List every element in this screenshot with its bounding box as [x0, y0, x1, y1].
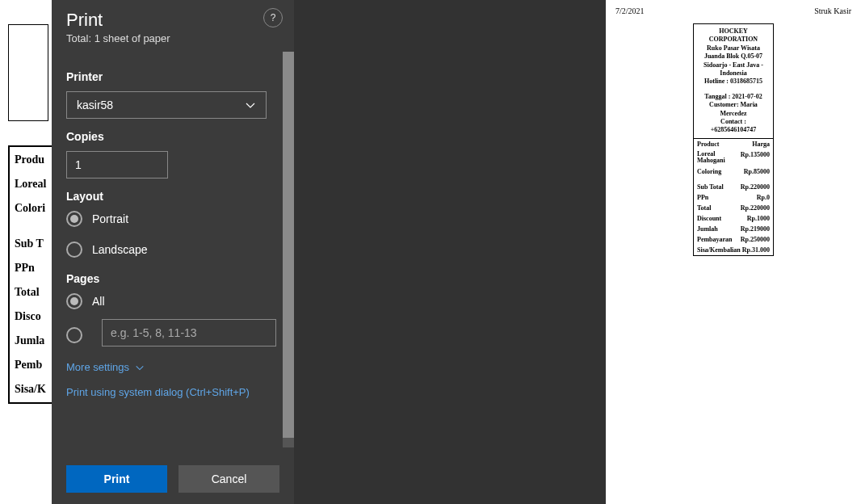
chevron-down-icon	[245, 99, 256, 111]
bg-header-box	[8, 24, 48, 121]
dialog-header: Print Total: 1 sheet of paper ?	[52, 0, 294, 56]
more-settings-link[interactable]: More settings	[66, 361, 276, 373]
more-settings-label: More settings	[66, 361, 129, 373]
layout-label: Layout	[66, 190, 276, 203]
print-dialog: Print Total: 1 sheet of paper ? Printer …	[52, 0, 294, 504]
radio-icon	[66, 293, 82, 309]
copies-label: Copies	[66, 130, 276, 143]
dialog-title: Print	[66, 10, 279, 31]
copies-input[interactable]	[66, 151, 168, 178]
radio-label: Landscape	[92, 243, 148, 256]
help-button[interactable]: ?	[263, 8, 283, 27]
pages-range-radio[interactable]	[66, 324, 276, 346]
printer-label: Printer	[66, 70, 276, 83]
receipt-table: Product Harga Loreal Mahogani Rp.135000 …	[693, 138, 774, 257]
preview-date: 7/2/2021	[615, 6, 645, 15]
system-dialog-link[interactable]: Print using system dialog (Ctrl+Shift+P)	[66, 386, 276, 398]
radio-label: Portrait	[92, 212, 128, 225]
radio-icon	[66, 211, 82, 227]
bg-table: Produ Loreal Colori Sub T PPn Total Disc…	[8, 145, 57, 404]
chevron-down-icon	[134, 362, 145, 373]
radio-icon	[66, 327, 82, 343]
print-preview-page: 7/2/2021 Struk Kasir HOCKEY CORPORATION …	[606, 0, 861, 504]
printer-value: kasir58	[77, 99, 113, 111]
layout-portrait-radio[interactable]: Portrait	[66, 211, 276, 227]
dialog-body: Printer kasir58 Copies Layout Portrait L…	[52, 56, 294, 456]
pages-all-radio[interactable]: All	[66, 293, 276, 309]
layout-landscape-radio[interactable]: Landscape	[66, 242, 276, 258]
cancel-button[interactable]: Cancel	[178, 465, 279, 493]
printer-select[interactable]: kasir58	[66, 91, 267, 119]
pages-range-input[interactable]	[102, 319, 276, 346]
radio-icon	[66, 242, 82, 258]
preview-title: Struk Kasir	[814, 6, 851, 15]
dialog-footer: Print Cancel	[52, 456, 294, 504]
receipt-header-box: HOCKEY CORPORATION Ruko Pasar Wisata Jua…	[693, 23, 774, 138]
dialog-subtitle: Total: 1 sheet of paper	[66, 32, 279, 44]
radio-label: All	[92, 295, 105, 308]
print-button[interactable]: Print	[66, 465, 167, 493]
pages-label: Pages	[66, 272, 276, 285]
